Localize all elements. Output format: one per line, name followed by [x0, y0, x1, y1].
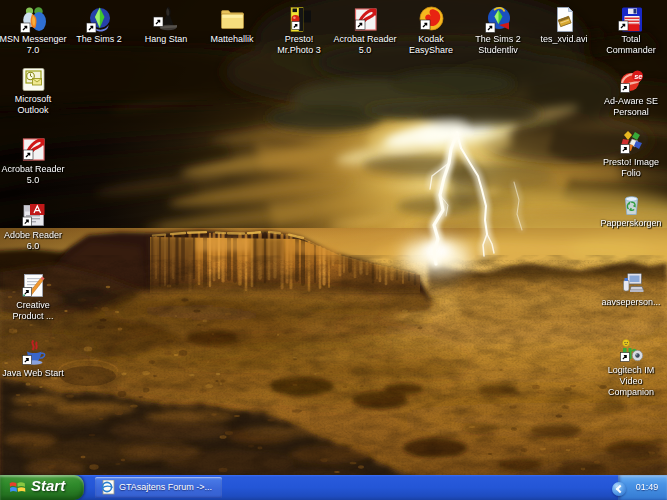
- svg-text:se: se: [634, 72, 642, 81]
